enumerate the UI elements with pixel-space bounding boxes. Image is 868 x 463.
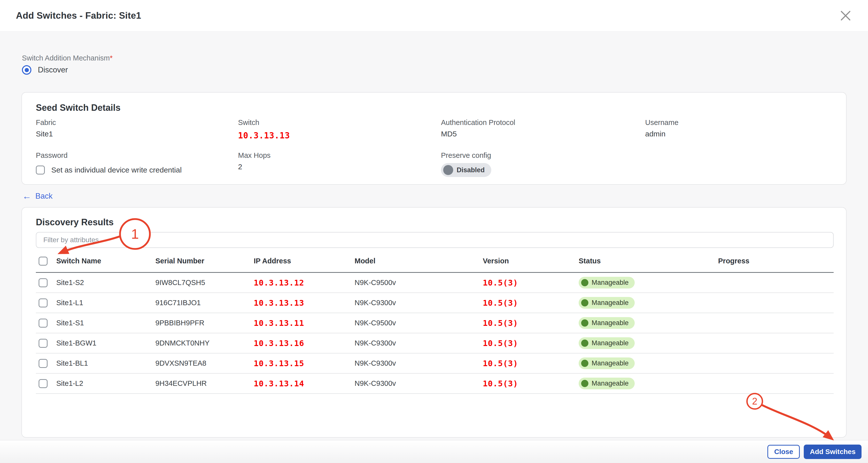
discovery-results-panel: Discovery Results Switch Name Serial Num… (22, 207, 846, 438)
discover-radio[interactable]: Discover (22, 65, 113, 75)
column-progress: Progress (718, 257, 834, 265)
cell-model: N9K-C9500v (354, 319, 483, 327)
mechanism-label: Switch Addition Mechanism (22, 54, 110, 62)
cell-version: 10.5(3) (483, 359, 579, 368)
status-badge: Manageable (579, 317, 635, 329)
row-checkbox[interactable] (39, 278, 48, 287)
row-checkbox[interactable] (39, 319, 48, 328)
status-dot-icon (581, 319, 588, 327)
write-credential-checkbox[interactable] (36, 165, 45, 175)
status-badge: Manageable (579, 378, 635, 389)
cell-ip-address: 10.3.13.15 (254, 359, 354, 368)
results-panel-title: Discovery Results (36, 217, 834, 227)
status-dot-icon (581, 299, 588, 306)
cell-ip-address: 10.3.13.13 (254, 298, 354, 308)
status-badge-label: Manageable (592, 279, 629, 286)
back-arrow-icon: ← (23, 192, 31, 200)
table-row: Site1-BL19DVXSN9TEA810.3.13.15N9K-C9300v… (36, 353, 834, 374)
status-badge-label: Manageable (592, 380, 629, 387)
mechanism-label-row: Switch Addition Mechanism* (22, 54, 113, 62)
status-badge: Manageable (579, 297, 635, 309)
row-checkbox[interactable] (39, 339, 48, 348)
field-max-hops: Max Hops 2 (238, 151, 441, 177)
cell-switch-name: Site1-S2 (56, 279, 155, 287)
cell-switch-name: Site1-L2 (56, 379, 155, 388)
status-dot-icon (581, 279, 588, 286)
table-body: Site1-S29IW8CL7QSH510.3.13.12N9K-C9500v1… (36, 273, 834, 394)
cell-ip-address: 10.3.13.12 (254, 278, 354, 287)
column-status: Status (579, 257, 718, 265)
dialog-title: Add Switches - Fabric: Site1 (16, 10, 141, 21)
status-dot-icon (581, 380, 588, 387)
status-dot-icon (581, 360, 588, 367)
radio-label: Discover (38, 65, 68, 74)
table-row: Site1-S19PBBIBH9PFR10.3.13.11N9K-C9500v1… (36, 313, 834, 333)
add-switches-button[interactable]: Add Switches (804, 444, 862, 459)
table-row: Site1-S29IW8CL7QSH510.3.13.12N9K-C9500v1… (36, 273, 834, 293)
close-button[interactable]: Close (767, 445, 800, 459)
table-row: Site1-BGW19DNMCKT0NHY10.3.13.16N9K-C9300… (36, 333, 834, 353)
row-checkbox[interactable] (39, 299, 48, 307)
radio-selected-icon[interactable] (22, 65, 31, 75)
cell-model: N9K-C9300v (354, 379, 483, 388)
cell-ip-address: 10.3.13.11 (254, 318, 354, 328)
filter-input[interactable] (36, 232, 834, 248)
column-ip-address: IP Address (254, 257, 354, 265)
cell-switch-name: Site1-S1 (56, 319, 155, 327)
table-row: Site1-L1916C71IBJO110.3.13.13N9K-C9300v1… (36, 293, 834, 313)
write-credential-row: Set as individual device write credentia… (36, 165, 238, 175)
status-badge-label: Manageable (592, 339, 629, 347)
cell-status: Manageable (579, 378, 718, 389)
toggle-state-label: Disabled (457, 166, 485, 174)
column-version: Version (483, 257, 579, 265)
status-dot-icon (581, 340, 588, 347)
cell-status: Manageable (579, 317, 718, 329)
cell-switch-name: Site1-L1 (56, 299, 155, 307)
close-icon[interactable] (839, 9, 852, 22)
cell-model: N9K-C9300v (354, 299, 483, 307)
table-header-row: Switch Name Serial Number IP Address Mod… (36, 250, 834, 273)
select-all-checkbox[interactable] (39, 257, 48, 266)
cell-serial-number: 916C71IBJO1 (155, 299, 254, 307)
cell-switch-name: Site1-BGW1 (56, 339, 155, 347)
status-badge-label: Manageable (592, 299, 629, 307)
back-link[interactable]: ← Back (23, 192, 53, 200)
seed-panel-title: Seed Switch Details (36, 102, 832, 113)
cell-model: N9K-C9500v (354, 279, 483, 287)
cell-version: 10.5(3) (483, 298, 579, 308)
row-checkbox[interactable] (39, 359, 48, 368)
cell-version: 10.5(3) (483, 278, 579, 287)
field-username: Username admin (645, 119, 832, 141)
cell-status: Manageable (579, 337, 718, 349)
cell-switch-name: Site1-BL1 (56, 359, 155, 367)
back-link-label: Back (35, 192, 53, 200)
column-switch-name: Switch Name (56, 257, 155, 265)
cell-serial-number: 9IW8CL7QSH5 (155, 279, 254, 287)
write-credential-label: Set as individual device write credentia… (51, 166, 182, 174)
cell-serial-number: 9PBBIBH9PFR (155, 319, 254, 327)
cell-status: Manageable (579, 297, 718, 309)
cell-version: 10.5(3) (483, 318, 579, 328)
field-fabric: Fabric Site1 (36, 119, 238, 141)
seed-switch-ip: 10.3.13.13 (238, 131, 441, 141)
seed-switch-details-panel: Seed Switch Details Fabric Site1 Switch … (22, 92, 846, 185)
column-serial-number: Serial Number (155, 257, 254, 265)
status-badge: Manageable (579, 337, 635, 349)
status-badge: Manageable (579, 358, 635, 369)
field-preserve-config: Preserve config Disabled (441, 151, 645, 177)
toggle-knob-icon (443, 165, 453, 175)
row-checkbox[interactable] (39, 379, 48, 388)
required-asterisk: * (110, 54, 113, 62)
field-switch: Switch 10.3.13.13 (238, 119, 441, 141)
cell-model: N9K-C9300v (354, 359, 483, 367)
cell-ip-address: 10.3.13.16 (254, 339, 354, 348)
cell-version: 10.5(3) (483, 339, 579, 348)
cell-serial-number: 9DNMCKT0NHY (155, 339, 254, 347)
cell-status: Manageable (579, 358, 718, 369)
cell-ip-address: 10.3.13.14 (254, 379, 354, 388)
cell-serial-number: 9H34ECVPLHR (155, 379, 254, 388)
cell-version: 10.5(3) (483, 379, 579, 388)
dialog-footer: Close Add Switches (0, 440, 868, 463)
preserve-config-toggle[interactable]: Disabled (441, 163, 491, 177)
dialog-body: Switch Addition Mechanism* Discover Seed… (0, 31, 868, 440)
